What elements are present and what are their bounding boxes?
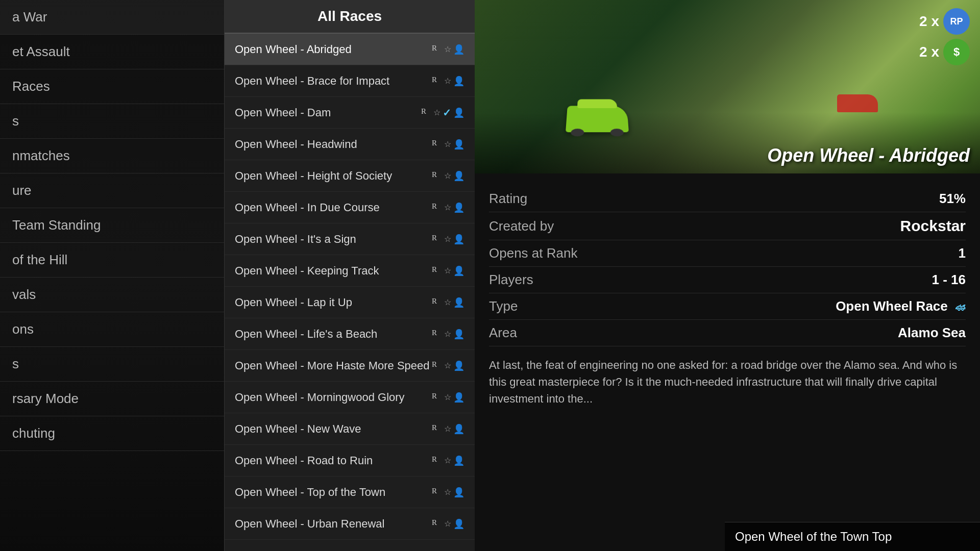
race-item-sign[interactable]: Open Wheel - It's a SignR☆👤 — [225, 223, 475, 255]
race-items-container: Open Wheel - AbridgedR☆👤Open Wheel - Bra… — [225, 34, 475, 540]
race-item-lap[interactable]: Open Wheel - Lap it UpR☆👤 — [225, 287, 475, 318]
star-icon: ☆ — [444, 171, 451, 181]
rank-value: 1 — [959, 245, 966, 261]
players-value: 1 - 16 — [932, 272, 966, 288]
svg-text:R: R — [432, 423, 437, 432]
rockstar-icon: R — [432, 454, 442, 467]
race-item-urban[interactable]: Open Wheel - Urban RenewalR☆👤 — [225, 508, 475, 540]
race-item-more-haste[interactable]: Open Wheel - More Haste More SpeedR☆👤 — [225, 350, 475, 382]
sidebar-item-assault[interactable]: et Assault — [0, 35, 224, 69]
race-item-beach[interactable]: Open Wheel - Life's a BeachR☆👤 — [225, 318, 475, 350]
sidebar-item-races[interactable]: Races — [0, 69, 224, 104]
race-item-due-course[interactable]: Open Wheel - In Due CourseR☆👤 — [225, 192, 475, 223]
rockstar-icon: R — [432, 201, 442, 214]
info-row-type: Type Open Wheel Race 🏎 — [489, 293, 966, 320]
race-list-header: All Races — [225, 0, 475, 34]
race-item-icons-abridged: R☆👤 — [432, 43, 464, 56]
race-item-abridged[interactable]: Open Wheel - AbridgedR☆👤 — [225, 34, 475, 65]
sidebar-item-s2[interactable]: s — [0, 347, 224, 382]
info-row-area: Area Alamo Sea — [489, 320, 966, 346]
rp-multiplier: 2 x — [919, 13, 939, 30]
race-item-icons-height: R☆👤 — [432, 169, 464, 182]
race-item-name-morningwood: Open Wheel - Morningwood Glory — [235, 391, 432, 404]
race-item-morningwood[interactable]: Open Wheel - Morningwood GloryR☆👤 — [225, 382, 475, 413]
player-icon: 👤 — [453, 139, 464, 150]
race-list: All Races Open Wheel - AbridgedR☆👤Open W… — [225, 0, 475, 551]
sidebar-item-war[interactable]: a War — [0, 0, 224, 35]
rockstar-icon: R — [432, 74, 442, 87]
player-icon: 👤 — [453, 360, 464, 371]
rp-label: RP — [950, 16, 963, 27]
rockstar-icon: R — [432, 296, 442, 309]
info-row-players: Players 1 - 16 — [489, 267, 966, 293]
race-item-name-more-haste: Open Wheel - More Haste More Speed — [235, 359, 432, 372]
svg-text:R: R — [432, 297, 437, 305]
race-item-road-ruin[interactable]: Open Wheel - Road to RuinR☆👤 — [225, 445, 475, 477]
race-item-name-beach: Open Wheel - Life's a Beach — [235, 328, 432, 341]
rockstar-icon: R — [421, 106, 431, 119]
sidebar-item-team-standing[interactable]: Team Standing — [0, 208, 224, 243]
race-item-icons-new-wave: R☆👤 — [432, 422, 464, 435]
sidebar-item-of-the-hill[interactable]: of the Hill — [0, 243, 224, 278]
sidebar-item-vals[interactable]: vals — [0, 278, 224, 312]
race-item-name-new-wave: Open Wheel - New Wave — [235, 422, 432, 436]
svg-text:R: R — [432, 202, 437, 210]
rank-label: Opens at Rank — [489, 245, 577, 261]
race-item-name-dam: Open Wheel - Dam — [235, 106, 421, 119]
race-item-icons-dam: R☆✓👤 — [421, 106, 464, 119]
race-item-name-headwind: Open Wheel - Headwind — [235, 138, 432, 151]
sidebar-item-nmatches[interactable]: nmatches — [0, 139, 224, 173]
bottom-hint-bar: Open Wheel of the Town Top — [725, 522, 980, 551]
detail-image: 2 x RP 2 x $ Open Wheel - Abridged — [475, 0, 980, 173]
all-races-label: All Races — [317, 8, 382, 24]
rp-bonus-badge: 2 x RP — [919, 8, 970, 35]
cash-multiplier: 2 x — [919, 44, 939, 60]
created-by-value: Rockstar — [900, 217, 966, 235]
race-item-brace[interactable]: Open Wheel - Brace for ImpactR☆👤 — [225, 65, 475, 97]
race-item-dam[interactable]: Open Wheel - DamR☆✓👤 — [225, 97, 475, 129]
player-icon: 👤 — [453, 234, 464, 245]
svg-text:R: R — [432, 518, 437, 527]
type-car-icon: 🏎 — [955, 302, 966, 313]
svg-text:R: R — [432, 44, 437, 52]
rockstar-icon: R — [432, 328, 442, 340]
rockstar-icon: R — [432, 43, 442, 56]
star-icon: ☆ — [433, 108, 440, 117]
race-item-name-lap: Open Wheel - Lap it Up — [235, 296, 432, 309]
race-item-height[interactable]: Open Wheel - Height of SocietyR☆👤 — [225, 160, 475, 192]
svg-text:R: R — [432, 360, 437, 368]
players-label: Players — [489, 272, 533, 288]
svg-text:R: R — [432, 234, 437, 242]
sidebar-item-ons[interactable]: ons — [0, 312, 224, 347]
player-icon: 👤 — [453, 423, 464, 435]
player-icon: 👤 — [453, 44, 464, 55]
sidebar-item-rsary-mode[interactable]: rsary Mode — [0, 382, 224, 416]
player-icon: 👤 — [453, 76, 464, 87]
area-label: Area — [489, 325, 517, 341]
svg-text:R: R — [432, 76, 437, 84]
race-item-top-town[interactable]: Open Wheel - Top of the TownR☆👤 — [225, 477, 475, 508]
player-icon: 👤 — [453, 297, 464, 308]
svg-text:R: R — [421, 107, 426, 115]
rp-icon: RP — [943, 8, 970, 35]
race-item-icons-brace: R☆👤 — [432, 74, 464, 87]
race-item-icons-urban: R☆👤 — [432, 517, 464, 530]
info-row-rating: Rating 51% — [489, 186, 966, 212]
sidebar-item-s[interactable]: s — [0, 104, 224, 139]
sidebar-item-ure[interactable]: ure — [0, 173, 224, 208]
player-icon: 👤 — [453, 487, 464, 498]
player-icon: 👤 — [453, 265, 464, 277]
star-icon: ☆ — [444, 329, 451, 339]
car-green — [566, 106, 629, 132]
race-item-keeping[interactable]: Open Wheel - Keeping TrackR☆👤 — [225, 255, 475, 287]
race-item-name-top-town: Open Wheel - Top of the Town — [235, 486, 432, 499]
race-item-name-keeping: Open Wheel - Keeping Track — [235, 264, 432, 278]
race-item-new-wave[interactable]: Open Wheel - New WaveR☆👤 — [225, 413, 475, 445]
type-value: Open Wheel Race 🏎 — [836, 298, 966, 314]
race-item-name-abridged: Open Wheel - Abridged — [235, 43, 432, 56]
player-icon: 👤 — [453, 329, 464, 340]
race-item-headwind[interactable]: Open Wheel - HeadwindR☆👤 — [225, 129, 475, 160]
svg-text:R: R — [432, 455, 437, 463]
sidebar-item-chuting[interactable]: chuting — [0, 416, 224, 451]
star-icon: ☆ — [444, 297, 451, 307]
